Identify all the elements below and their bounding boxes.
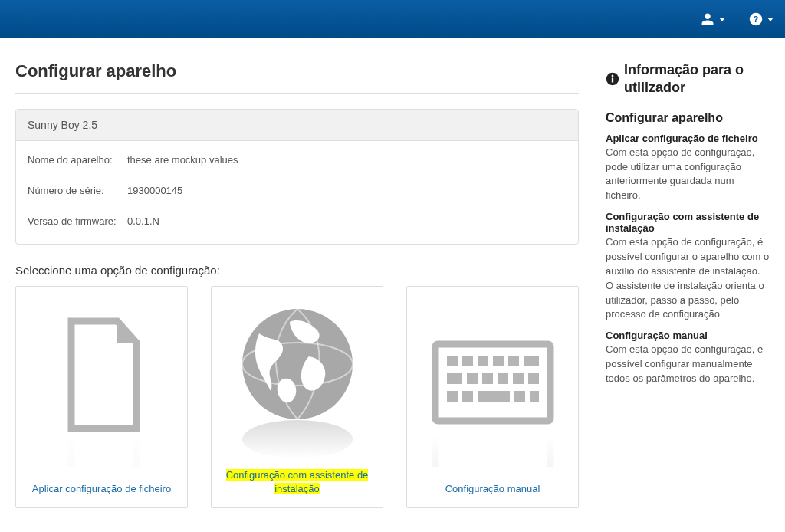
header-bar: ? (0, 0, 785, 38)
option-card-label: Configuração manual (445, 482, 540, 496)
device-body: Nome do aparelho: these are mockup value… (16, 141, 578, 244)
caret-down-icon (767, 18, 774, 21)
caret-down-icon (719, 18, 725, 21)
header-divider (737, 10, 737, 28)
sidebar-text: Com esta opção de configuração, é possív… (606, 343, 770, 386)
sidebar-sub-heading: Aplicar configuração de ficheiro (606, 133, 770, 144)
user-menu[interactable] (701, 12, 725, 26)
sidebar-sub-heading: Configuração com assistente de instalaçã… (606, 211, 770, 234)
device-info-box: Sunny Boy 2.5 Nome do aparelho: these ar… (15, 109, 579, 245)
svg-rect-25 (612, 78, 613, 83)
option-card-wizard[interactable]: Configuração com assistente de instalaçã… (211, 286, 383, 508)
device-row: Número de série: 1930000145 (28, 176, 567, 206)
svg-rect-9 (493, 356, 504, 366)
svg-rect-7 (462, 356, 473, 366)
svg-rect-16 (513, 373, 524, 384)
device-row-value: 1930000145 (127, 185, 182, 196)
sidebar-section-heading: Configurar aparelho (606, 111, 770, 125)
option-cards: Aplicar configuração de ficheiro (15, 286, 579, 508)
info-icon (606, 72, 619, 86)
device-name: Sunny Boy 2.5 (16, 110, 578, 141)
device-row-value: 0.0.1.N (127, 215, 159, 227)
svg-rect-19 (462, 391, 473, 402)
svg-rect-20 (478, 391, 510, 402)
svg-rect-15 (498, 373, 508, 384)
svg-rect-17 (528, 373, 539, 384)
svg-rect-14 (482, 373, 493, 384)
sidebar-column: Informação para o utilizador Configurar … (606, 61, 770, 508)
svg-rect-6 (447, 356, 458, 366)
page-title: Configurar aparelho (15, 61, 579, 94)
user-icon (701, 12, 714, 26)
svg-point-26 (612, 75, 614, 77)
device-row: Versão de firmware: 0.0.1.N (28, 206, 567, 236)
svg-rect-12 (447, 373, 462, 384)
keyboard-icon (415, 298, 570, 482)
device-row-label: Número de série: (28, 185, 127, 196)
svg-rect-8 (478, 356, 488, 366)
sidebar-text: Com esta opção de configuração, é possív… (606, 235, 770, 322)
svg-rect-22 (530, 391, 539, 402)
svg-rect-11 (524, 356, 539, 366)
option-card-file[interactable]: Aplicar configuração de ficheiro (15, 286, 188, 508)
svg-text:?: ? (754, 15, 759, 24)
option-card-manual[interactable]: Configuração manual (406, 286, 579, 508)
sidebar-title: Informação para o utilizador (606, 61, 770, 97)
globe-icon (219, 298, 375, 468)
svg-point-4 (242, 420, 353, 458)
device-row-value: these are mockup values (127, 154, 238, 166)
svg-rect-21 (514, 391, 525, 402)
device-row: Nome do aparelho: these are mockup value… (28, 145, 567, 176)
option-card-label: Configuração com assistente de instalaçã… (219, 468, 375, 496)
svg-rect-18 (447, 391, 458, 402)
main-column: Configurar aparelho Sunny Boy 2.5 Nome d… (15, 61, 606, 508)
sidebar-sub-heading: Configuração manual (606, 330, 770, 341)
device-row-label: Versão de firmware: (28, 215, 127, 227)
sidebar-text: Com esta opção de configuração, pode uti… (606, 146, 770, 203)
svg-rect-10 (508, 356, 519, 366)
help-menu[interactable]: ? (749, 12, 774, 26)
content-area: Configurar aparelho Sunny Boy 2.5 Nome d… (0, 38, 785, 524)
option-card-label: Aplicar configuração de ficheiro (32, 482, 171, 496)
svg-rect-13 (467, 373, 478, 384)
select-option-label: Seleccione uma opção de configuração: (15, 264, 579, 277)
file-icon (24, 298, 179, 482)
device-row-label: Nome do aparelho: (28, 154, 127, 166)
help-icon: ? (749, 12, 763, 26)
svg-rect-23 (435, 436, 550, 467)
